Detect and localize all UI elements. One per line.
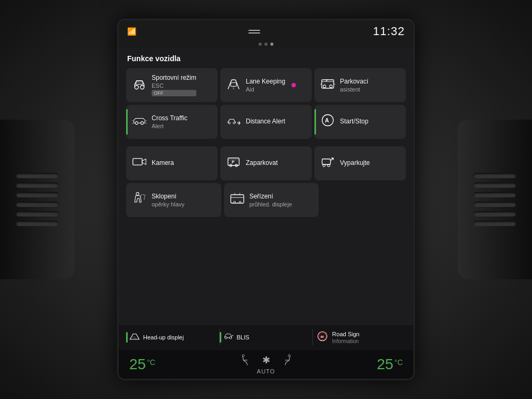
- svg-point-7: [330, 85, 332, 88]
- parkovaci-text: Parkovací asistent: [340, 78, 368, 93]
- sklopeni-text: Sklopení opěrky hlavy: [152, 193, 185, 207]
- vent-slat: [16, 202, 59, 207]
- roadsign-text: Road Sign Information: [332, 330, 359, 345]
- fan-center-icon: ✱: [262, 354, 270, 366]
- climate-center: ✱ AUTO: [240, 354, 293, 375]
- parkovaci-sublabel: asistent: [340, 86, 368, 93]
- btn-serizeni[interactable]: Seřízení průhled. displeje: [224, 183, 319, 217]
- vent-slat: [16, 192, 59, 197]
- btn-distance-alert[interactable]: Distance Alert: [220, 105, 312, 139]
- temp-right-value: 25: [377, 356, 393, 373]
- vent-slat: [16, 173, 59, 178]
- function-row-3: Kamera P Zaparkovat: [126, 146, 406, 180]
- temp-left-display: 25 °C: [129, 356, 155, 373]
- btn-sklopeni[interactable]: Sklopení opěrky hlavy: [126, 183, 221, 217]
- kamera-icon: [131, 154, 147, 172]
- clock-display: 11:32: [373, 24, 405, 38]
- screen-bottom-bar: Head-up displej BLIS 90: [119, 325, 413, 350]
- svg-point-32: [242, 354, 244, 356]
- parkovaci-icon: P: [320, 76, 336, 94]
- vyparkujte-text: Vyparkujte: [340, 159, 370, 168]
- sportovni-badge: OFF: [152, 90, 196, 96]
- lane-sublabel: Aid: [246, 86, 285, 93]
- svg-point-11: [228, 122, 230, 124]
- vent-slat: [473, 192, 516, 197]
- btn-kamera[interactable]: Kamera: [126, 146, 218, 180]
- distance-text: Distance Alert: [246, 118, 285, 126]
- svg-point-12: [233, 122, 235, 124]
- dot-1: [259, 43, 262, 46]
- vent-slat: [16, 221, 59, 226]
- svg-rect-15: [133, 159, 143, 165]
- cross-traffic-icon: [131, 113, 147, 131]
- distance-icon: [226, 113, 242, 131]
- bottom-item-roadsign[interactable]: 90 Road Sign Information: [313, 328, 406, 347]
- svg-text:P: P: [232, 160, 235, 164]
- start-stop-text: Start/Stop: [340, 118, 368, 126]
- vent-slat: [473, 173, 516, 178]
- infotainment-screen: 📶 11:32 Funkce vozidla: [117, 19, 415, 380]
- sportovni-sublabel: ESC: [152, 82, 196, 89]
- cross-traffic-sublabel: Alert: [152, 123, 187, 129]
- lane-label: Lane Keeping: [246, 78, 285, 86]
- btn-lane-keeping[interactable]: Lane Keeping Aid: [220, 68, 312, 102]
- sportovni-text: Sportovní režim ESC OFF: [152, 74, 196, 96]
- dot-2: [264, 43, 268, 46]
- screen-topbar: 📶 11:32: [119, 20, 413, 40]
- headup-icon: [129, 332, 140, 343]
- kamera-text: Kamera: [152, 159, 174, 168]
- vent-slat: [473, 221, 516, 226]
- svg-rect-24: [230, 195, 244, 203]
- serizeni-icon: [229, 191, 245, 209]
- bottom-item-blis[interactable]: BLIS: [220, 330, 313, 345]
- seat-left-icon: [240, 354, 252, 366]
- page-indicator: [119, 40, 413, 48]
- zaparkovat-text: Zaparkovat: [246, 159, 278, 168]
- svg-rect-20: [322, 159, 331, 165]
- kamera-label: Kamera: [152, 159, 174, 168]
- vent-slat: [473, 202, 516, 207]
- svg-point-27: [225, 337, 227, 339]
- blis-label: BLIS: [237, 334, 250, 341]
- seat-right-icon: [281, 354, 293, 366]
- temp-right-unit: °C: [394, 358, 403, 367]
- btn-vyparkujte[interactable]: Vyparkujte: [314, 146, 406, 180]
- svg-point-6: [323, 85, 326, 88]
- btn-parkovaci[interactable]: P Parkovací asistent: [314, 68, 406, 102]
- screen-main-area: Funkce vozidla ! Sportov: [119, 48, 413, 325]
- cross-traffic-label: Cross Traffic: [152, 114, 187, 123]
- svg-text:A: A: [325, 117, 329, 123]
- svg-text:!: !: [138, 81, 138, 84]
- blis-icon: [223, 332, 234, 343]
- btn-zaparkovat[interactable]: P Zaparkovat: [220, 146, 312, 180]
- svg-point-28: [229, 337, 231, 339]
- vyparkujte-icon: [320, 154, 336, 172]
- bottom-item-headup[interactable]: Head-up displej: [126, 330, 219, 345]
- sklopeni-icon: [131, 191, 147, 209]
- headup-label: Head-up displej: [143, 334, 184, 341]
- sklopeni-label: Sklopení: [152, 193, 185, 201]
- function-row-2: Cross Traffic Alert: [126, 105, 406, 139]
- roadsign-icon: 90: [316, 331, 329, 344]
- serizeni-text: Seřízení průhled. displeje: [250, 193, 292, 207]
- sklopeni-sublabel: opěrky hlavy: [152, 201, 185, 207]
- section-title: Funkce vozidla: [126, 54, 406, 63]
- btn-cross-traffic[interactable]: Cross Traffic Alert: [126, 105, 218, 139]
- zaparkovat-label: Zaparkovat: [246, 159, 278, 168]
- btn-start-stop[interactable]: A Start/Stop: [314, 105, 406, 139]
- btn-sportovni-rezim[interactable]: ! Sportovní režim ESC OFF: [126, 68, 218, 102]
- vent-slat: [16, 211, 59, 217]
- menu-icon[interactable]: [248, 30, 260, 34]
- serizeni-label: Seřízení: [250, 193, 292, 201]
- svg-point-9: [135, 122, 138, 124]
- lane-text: Lane Keeping Aid: [246, 78, 285, 93]
- svg-point-23: [136, 193, 139, 195]
- zaparkovat-icon: P: [226, 154, 242, 172]
- svg-point-1: [140, 86, 144, 89]
- seat-icons-row: ✱: [240, 354, 293, 366]
- vyparkujte-label: Vyparkujte: [340, 159, 370, 168]
- right-vent: [458, 120, 532, 279]
- start-stop-label: Start/Stop: [340, 118, 368, 126]
- left-vent: [0, 120, 74, 279]
- temp-left-unit: °C: [147, 358, 155, 367]
